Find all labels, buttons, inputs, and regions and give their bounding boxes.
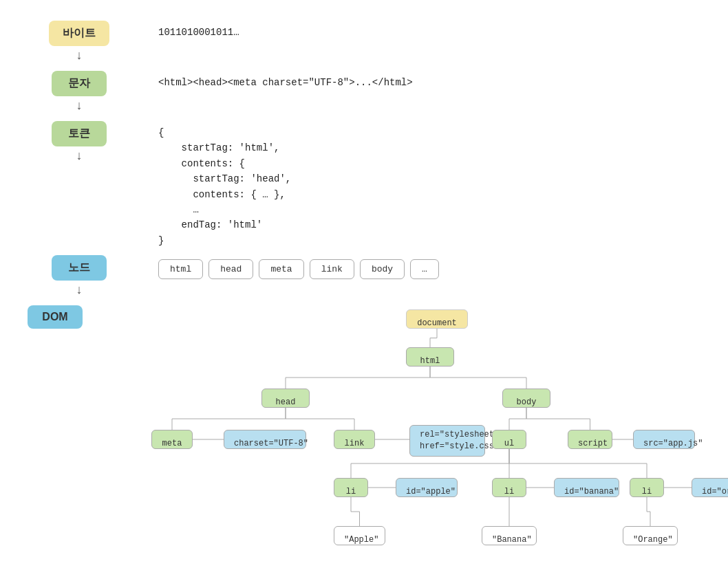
node-box-link: link	[310, 259, 354, 279]
node-content: htmlheadmetalinkbody…	[131, 255, 700, 279]
dom-node-bananaText: "Banana"	[482, 526, 537, 545]
node-box-meta: meta	[259, 259, 303, 279]
node-label: 노드	[52, 255, 107, 281]
tree-nodes-layer: documenthtmlheadbodymetacharset="UTF-8"l…	[110, 309, 702, 571]
dom-node-document: document	[406, 309, 468, 329]
node-box-head: head	[208, 259, 253, 279]
node-row: 노드 ↓ htmlheadmetalinkbody…	[28, 255, 700, 298]
token-code: { startTag: 'html', contents: { startTag…	[158, 125, 700, 248]
byte-label: 바이트	[49, 21, 109, 46]
dom-node-script: script	[568, 430, 612, 449]
arrow-2: ↓	[76, 99, 83, 111]
node-box-body: body	[360, 259, 405, 279]
dom-node-idBanana: id="banana"	[554, 478, 619, 497]
dom-node-srcApp: src="app.js"	[633, 430, 695, 449]
dom-node-head: head	[261, 389, 310, 408]
token-row: 토큰 ↓ { startTag: 'html', contents: { sta…	[28, 121, 700, 248]
dom-node-charset: charset="UTF-8"	[224, 430, 306, 449]
dom-node-html: html	[406, 347, 454, 367]
byte-label-col: 바이트 ↓	[28, 21, 131, 64]
byte-row: 바이트 ↓ 1011010001011…	[28, 21, 700, 64]
token-label-col: 토큰 ↓	[28, 121, 131, 164]
dom-node-li3: li	[630, 478, 664, 497]
dom-node-meta: meta	[151, 430, 193, 449]
main-diagram: 바이트 ↓ 1011010001011… 문자 ↓ <html><head><m…	[28, 21, 700, 578]
arrow-3: ↓	[76, 149, 83, 162]
dom-content: documenthtmlheadbodymetacharset="UTF-8"l…	[83, 305, 702, 571]
token-content: { startTag: 'html', contents: { startTag…	[131, 121, 700, 248]
node-label-col: 노드 ↓	[28, 255, 131, 298]
char-content: <html><head><meta charset="UTF-8">...</h…	[131, 71, 700, 90]
node-box-html: html	[158, 259, 203, 279]
dom-row: DOM documenthtmlheadbodymetacharset="UTF…	[28, 305, 700, 571]
dom-node-ul: ul	[492, 430, 526, 449]
dom-node-appleText: "Apple"	[334, 526, 385, 545]
char-label-col: 문자 ↓	[28, 71, 131, 114]
char-label: 문자	[52, 71, 107, 96]
char-row: 문자 ↓ <html><head><meta charset="UTF-8">.…	[28, 71, 700, 114]
byte-content: 1011010001011…	[131, 21, 700, 40]
dom-node-link: link	[334, 430, 375, 449]
arrow-4: ↓	[76, 283, 83, 296]
node-boxes: htmlheadmetalinkbody…	[158, 259, 700, 279]
dom-label-col: DOM	[28, 305, 83, 329]
dom-tree-wrapper: documenthtmlheadbodymetacharset="UTF-8"l…	[110, 309, 702, 571]
byte-text: 1011010001011…	[158, 27, 239, 38]
dom-node-orangeText: "Orange"	[623, 526, 678, 545]
char-text: <html><head><meta charset="UTF-8">...</h…	[158, 77, 413, 88]
node-box-: …	[410, 259, 439, 279]
dom-label: DOM	[28, 305, 83, 329]
dom-node-body: body	[502, 389, 550, 408]
dom-node-relHref: rel="stylesheet"href="style.css"	[409, 425, 485, 457]
dom-node-idApple: id="apple"	[396, 478, 458, 497]
dom-node-idOrange: id="orange"	[692, 478, 728, 497]
arrow-1: ↓	[76, 49, 83, 61]
token-label: 토큰	[52, 121, 107, 146]
dom-node-li2: li	[492, 478, 526, 497]
dom-node-li1: li	[334, 478, 368, 497]
